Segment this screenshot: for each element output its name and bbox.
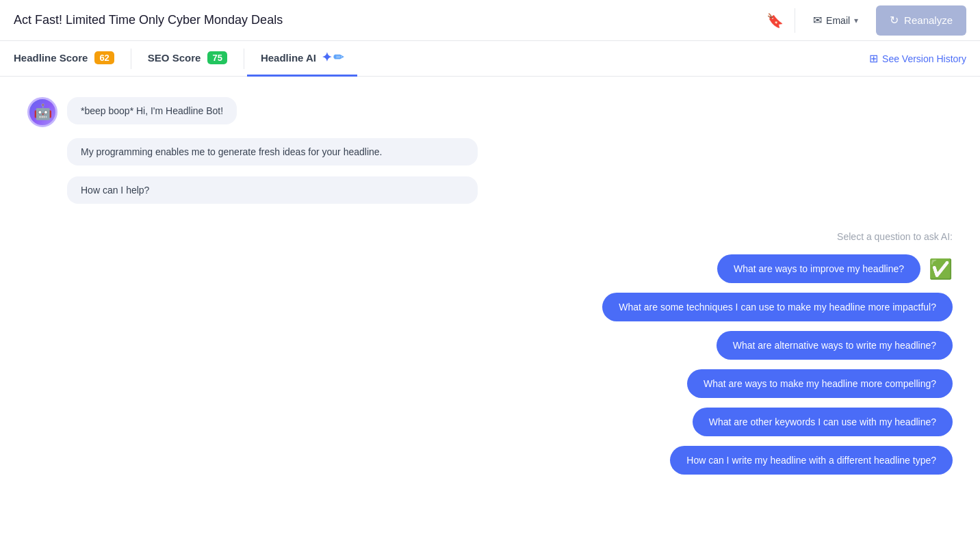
headline-ai-label: Headline AI (261, 52, 316, 64)
reanalyze-button[interactable]: ↻ Reanalyze (876, 5, 966, 36)
questions-wrapper: Select a question to ask AI: What are wa… (27, 231, 953, 475)
sparkle-icon: ✦ (322, 50, 332, 65)
header-actions: 🔖 ✉ Email ▾ ↻ Reanalyze (766, 5, 966, 36)
tab-separator-1 (131, 49, 131, 69)
seo-score-label: SEO Score (148, 52, 201, 64)
email-dropdown[interactable]: ✉ Email ▾ (806, 10, 865, 31)
question-btn-4[interactable]: What are ways to make my headline more c… (687, 369, 953, 398)
tab-headline-ai[interactable]: Headline AI ✦ ✏ (247, 41, 357, 77)
version-history-link[interactable]: ⊞ See Version History (869, 52, 966, 65)
header: Act Fast! Limited Time Only Cyber Monday… (0, 0, 980, 41)
bot-bubble-2: My programming enables me to generate fr… (67, 138, 478, 165)
ai-icons: ✦ ✏ (322, 50, 344, 65)
chat-area: 🤖 *beep boop* Hi, I'm Headline Bot! My p… (0, 77, 980, 495)
headline-score-badge: 62 (94, 51, 114, 64)
select-question-label: Select a question to ask AI: (837, 231, 953, 242)
tab-separator-2 (244, 49, 244, 69)
check-circle-icon: ✅ (929, 258, 953, 280)
page-title: Act Fast! Limited Time Only Cyber Monday… (14, 13, 766, 27)
question-btn-2[interactable]: What are some techniques I can use to ma… (602, 293, 953, 321)
layers-icon: ⊞ (869, 52, 878, 65)
seo-score-badge: 75 (207, 51, 227, 64)
question-btn-5[interactable]: What are other keywords I can use with m… (693, 408, 953, 436)
tab-headline-score[interactable]: Headline Score 62 (14, 41, 128, 77)
bot-bubble-3: How can I help? (67, 176, 478, 204)
email-label: Email (826, 15, 850, 26)
chevron-down-icon: ▾ (854, 16, 858, 25)
tab-seo-score[interactable]: SEO Score 75 (134, 41, 241, 77)
bot-messages: 🤖 *beep boop* Hi, I'm Headline Bot! My p… (27, 97, 953, 204)
header-divider (795, 8, 795, 33)
bot-avatar: 🤖 (27, 97, 57, 127)
headline-score-label: Headline Score (14, 52, 88, 64)
question-btn-6[interactable]: How can I write my headline with a diffe… (670, 446, 953, 475)
question-btn-3[interactable]: What are alternative ways to write my he… (717, 331, 953, 360)
bot-row-first: 🤖 *beep boop* Hi, I'm Headline Bot! (27, 97, 953, 127)
bot-bubble-1: *beep boop* Hi, I'm Headline Bot! (67, 97, 237, 124)
pencil-icon: ✏ (333, 50, 344, 65)
bookmark-icon[interactable]: 🔖 (766, 12, 784, 29)
tabs-bar: Headline Score 62 SEO Score 75 Headline … (0, 41, 980, 77)
email-icon: ✉ (813, 14, 822, 27)
question-btn-1[interactable]: What are ways to improve my headline? (717, 254, 920, 283)
reanalyze-label: Reanalyze (904, 14, 953, 26)
refresh-icon: ↻ (890, 14, 899, 27)
version-history-label: See Version History (882, 53, 966, 64)
